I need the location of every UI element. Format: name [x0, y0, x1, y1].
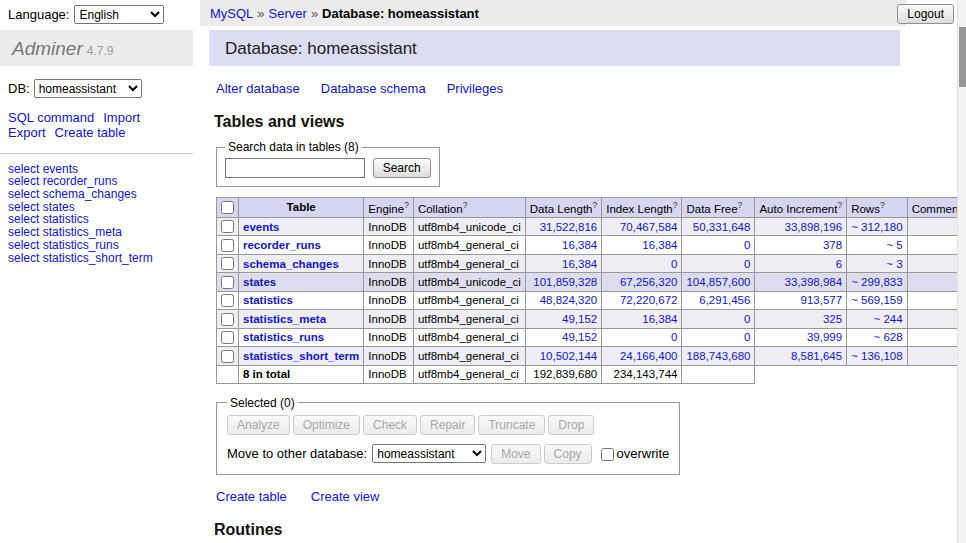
index-length-link[interactable]: 67,256,320	[620, 276, 678, 288]
move-db-select[interactable]: homeassistant	[372, 444, 486, 463]
select-all-checkbox[interactable]	[221, 201, 234, 214]
data-free-link[interactable]: 0	[744, 258, 750, 270]
create-view-link[interactable]: Create view	[311, 489, 380, 504]
overwrite-checkbox[interactable]	[601, 448, 614, 461]
rows-link[interactable]: ~ 3	[886, 258, 902, 270]
truncate-button[interactable]: Truncate	[478, 415, 545, 435]
help-link[interactable]: ?	[837, 200, 842, 210]
help-link[interactable]: ?	[880, 200, 885, 210]
row-checkbox[interactable]	[221, 257, 234, 270]
app-name-link[interactable]: Adminer	[12, 38, 83, 59]
analyze-button[interactable]: Analyze	[227, 415, 290, 435]
row-checkbox[interactable]	[221, 220, 234, 233]
data-free-link[interactable]: 104,857,600	[686, 276, 750, 288]
help-link[interactable]: ?	[404, 200, 409, 210]
data-free-link[interactable]: 188,743,680	[686, 350, 750, 362]
table-row-recorder_runs: recorder_runsInnoDButf8mb4_general_ci16,…	[217, 236, 966, 254]
help-link[interactable]: ?	[673, 200, 678, 210]
rows-link[interactable]: ~ 299,833	[851, 276, 902, 288]
create-table-link[interactable]: Create table	[216, 489, 287, 504]
index-length-link[interactable]: 24,166,400	[620, 350, 678, 362]
main-content: Database: homeassistant Alter databaseDa…	[209, 26, 900, 543]
drop-button[interactable]: Drop	[548, 415, 594, 435]
database-schema-link[interactable]: Database schema	[321, 81, 426, 96]
help-link[interactable]: ?	[592, 200, 597, 210]
rows-link[interactable]: ~ 244	[874, 313, 903, 325]
sidebar-link-sql-command[interactable]: SQL command	[8, 110, 94, 125]
data-free-link[interactable]: 6,291,456	[699, 294, 750, 306]
check-button[interactable]: Check	[363, 415, 417, 435]
data-length-link[interactable]: 16,384	[562, 239, 597, 251]
index-length-link[interactable]: 72,220,672	[620, 294, 678, 306]
search-input[interactable]	[225, 158, 365, 178]
help-link[interactable]: ?	[738, 200, 743, 210]
rows-link[interactable]: ~ 628	[874, 331, 903, 343]
data-length-link[interactable]: 10,502,144	[540, 350, 598, 362]
index-length-link[interactable]: 0	[671, 331, 677, 343]
row-checkbox[interactable]	[221, 331, 234, 344]
breadcrumb-link-mysql[interactable]: MySQL	[210, 6, 253, 21]
table-name-link[interactable]: recorder_runs	[243, 239, 321, 251]
data-length-link[interactable]: 49,152	[562, 313, 597, 325]
index-length-link[interactable]: 16,384	[642, 313, 677, 325]
rows-link[interactable]: ~ 569,159	[851, 294, 902, 306]
sidebar-table-link[interactable]: select statistics_meta	[8, 226, 185, 239]
rows-link[interactable]: ~ 312,180	[851, 221, 902, 233]
move-button[interactable]: Move	[491, 444, 540, 464]
privileges-link[interactable]: Privileges	[447, 81, 503, 96]
row-checkbox[interactable]	[221, 313, 234, 326]
db-select[interactable]: homeassistant	[34, 79, 142, 98]
row-checkbox[interactable]	[221, 294, 234, 307]
auto-increment-link[interactable]: 378	[823, 239, 842, 251]
data-length-link[interactable]: 101,859,328	[533, 276, 597, 288]
breadcrumb-current: Database: homeassistant	[322, 6, 479, 21]
table-name-link[interactable]: statistics_meta	[243, 313, 326, 325]
auto-increment-link[interactable]: 8,581,645	[791, 350, 842, 362]
data-free-link[interactable]: 0	[744, 239, 750, 251]
rows-link[interactable]: ~ 5	[886, 239, 902, 251]
alter-database-link[interactable]: Alter database	[216, 81, 300, 96]
data-length-link[interactable]: 48,824,320	[540, 294, 598, 306]
scrollbar-track[interactable]	[957, 0, 966, 543]
auto-increment-link[interactable]: 325	[823, 313, 842, 325]
scrollbar-thumb[interactable]	[959, 27, 966, 87]
sidebar-table-link[interactable]: select statistics_runs	[8, 239, 185, 252]
row-checkbox[interactable]	[221, 276, 234, 289]
auto-increment-link[interactable]: 913,577	[801, 294, 843, 306]
repair-button[interactable]: Repair	[420, 415, 475, 435]
breadcrumb-link-server[interactable]: Server	[269, 6, 307, 21]
data-length-link[interactable]: 49,152	[562, 331, 597, 343]
row-checkbox[interactable]	[221, 239, 234, 252]
search-button[interactable]: Search	[373, 158, 431, 178]
auto-increment-link[interactable]: 33,898,196	[785, 221, 843, 233]
sidebar-link-import[interactable]: Import	[103, 110, 140, 125]
sidebar-link-create-table[interactable]: Create table	[55, 125, 126, 140]
sidebar-table-link[interactable]: select statistics_short_term	[8, 252, 185, 265]
index-length-link[interactable]: 70,467,584	[620, 221, 678, 233]
row-checkbox[interactable]	[221, 350, 234, 363]
copy-button[interactable]: Copy	[544, 444, 592, 464]
table-name-link[interactable]: events	[243, 221, 279, 233]
table-name-link[interactable]: statistics_runs	[243, 331, 324, 343]
auto-increment-link[interactable]: 33,398,984	[785, 276, 843, 288]
rows-link[interactable]: ~ 136,108	[851, 350, 902, 362]
data-length-link[interactable]: 31,522,816	[540, 221, 598, 233]
sidebar-link-export[interactable]: Export	[8, 125, 46, 140]
table-name-link[interactable]: statistics	[243, 294, 293, 306]
index-length-link[interactable]: 0	[671, 258, 677, 270]
data-free-link[interactable]: 0	[744, 313, 750, 325]
table-name-link[interactable]: statistics_short_term	[243, 350, 359, 362]
language-select[interactable]: English	[74, 5, 164, 24]
index-length-link[interactable]: 16,384	[642, 239, 677, 251]
logout-button[interactable]: Logout	[897, 4, 954, 24]
optimize-button[interactable]: Optimize	[293, 415, 360, 435]
data-free-link[interactable]: 0	[744, 331, 750, 343]
table-name-link[interactable]: schema_changes	[243, 258, 339, 270]
help-link[interactable]: ?	[463, 200, 468, 210]
table-name-link[interactable]: states	[243, 276, 276, 288]
sidebar-table-link[interactable]: select schema_changes	[8, 188, 185, 201]
data-free-link[interactable]: 50,331,648	[693, 221, 751, 233]
auto-increment-link[interactable]: 6	[836, 258, 842, 270]
data-length-link[interactable]: 16,384	[562, 258, 597, 270]
auto-increment-link[interactable]: 39,999	[807, 331, 842, 343]
